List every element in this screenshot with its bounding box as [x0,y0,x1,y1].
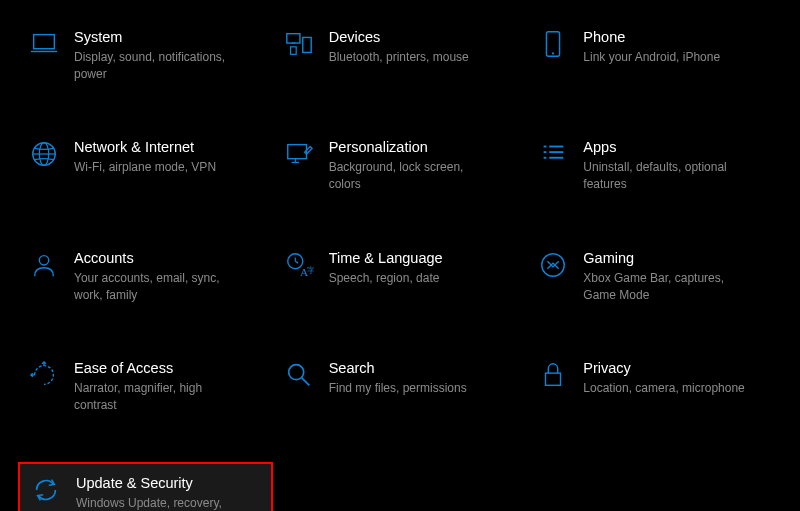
tile-title: Privacy [583,359,744,378]
personalization-icon [283,138,315,170]
tile-title: Accounts [74,249,244,268]
lock-icon [537,359,569,391]
tile-title: Phone [583,28,720,47]
globe-icon [28,138,60,170]
tile-subtitle: Link your Android, iPhone [583,49,720,66]
settings-tile-search[interactable]: SearchFind my files, permissions [273,351,528,421]
tile-title: System [74,28,244,47]
tile-subtitle: Narrator, magnifier, high contrast [74,380,244,414]
tile-title: Personalization [329,138,499,157]
tile-text: Update & SecurityWindows Update, recover… [76,474,246,511]
phone-icon [537,28,569,60]
update-icon [30,474,62,506]
search-icon [283,359,315,391]
tile-title: Devices [329,28,469,47]
settings-tile-devices[interactable]: DevicesBluetooth, printers, mouse [273,20,528,90]
tile-subtitle: Xbox Game Bar, captures, Game Mode [583,270,753,304]
tile-text: AccountsYour accounts, email, sync, work… [74,249,244,303]
tile-subtitle: Your accounts, email, sync, work, family [74,270,244,304]
tile-title: Time & Language [329,249,443,268]
tile-title: Search [329,359,467,378]
ease-access-icon [28,359,60,391]
tile-subtitle: Background, lock screen, colors [329,159,499,193]
laptop-icon [28,28,60,60]
tile-title: Ease of Access [74,359,244,378]
tile-text: GamingXbox Game Bar, captures, Game Mode [583,249,753,303]
time-language-icon [283,249,315,281]
settings-tile-network[interactable]: Network & InternetWi-Fi, airplane mode, … [18,130,273,200]
tile-text: Network & InternetWi-Fi, airplane mode, … [74,138,216,176]
tile-subtitle: Find my files, permissions [329,380,467,397]
tile-title: Apps [583,138,753,157]
tile-text: Time & LanguageSpeech, region, date [329,249,443,287]
settings-tile-ease[interactable]: Ease of AccessNarrator, magnifier, high … [18,351,273,421]
settings-tile-accounts[interactable]: AccountsYour accounts, email, sync, work… [18,241,273,311]
settings-tile-phone[interactable]: PhoneLink your Android, iPhone [527,20,782,90]
tile-text: DevicesBluetooth, printers, mouse [329,28,469,66]
devices-icon [283,28,315,60]
tile-subtitle: Windows Update, recovery, backup [76,495,246,511]
tile-text: SearchFind my files, permissions [329,359,467,397]
settings-tile-gaming[interactable]: GamingXbox Game Bar, captures, Game Mode [527,241,782,311]
tile-text: PrivacyLocation, camera, microphone [583,359,744,397]
tile-subtitle: Speech, region, date [329,270,443,287]
settings-tile-time[interactable]: Time & LanguageSpeech, region, date [273,241,528,311]
tile-text: SystemDisplay, sound, notifications, pow… [74,28,244,82]
settings-tile-update[interactable]: Update & SecurityWindows Update, recover… [18,462,273,511]
settings-tile-system[interactable]: SystemDisplay, sound, notifications, pow… [18,20,273,90]
accounts-icon [28,249,60,281]
tile-subtitle: Bluetooth, printers, mouse [329,49,469,66]
tile-text: AppsUninstall, defaults, optional featur… [583,138,753,192]
tile-subtitle: Display, sound, notifications, power [74,49,244,83]
gaming-icon [537,249,569,281]
tile-text: PhoneLink your Android, iPhone [583,28,720,66]
settings-tile-personalization[interactable]: PersonalizationBackground, lock screen, … [273,130,528,200]
tile-text: Ease of AccessNarrator, magnifier, high … [74,359,244,413]
tile-subtitle: Wi-Fi, airplane mode, VPN [74,159,216,176]
tile-text: PersonalizationBackground, lock screen, … [329,138,499,192]
tile-subtitle: Uninstall, defaults, optional features [583,159,753,193]
tile-subtitle: Location, camera, microphone [583,380,744,397]
settings-tile-privacy[interactable]: PrivacyLocation, camera, microphone [527,351,782,421]
tile-title: Network & Internet [74,138,216,157]
tile-title: Update & Security [76,474,246,493]
apps-icon [537,138,569,170]
settings-tile-apps[interactable]: AppsUninstall, defaults, optional featur… [527,130,782,200]
tile-title: Gaming [583,249,753,268]
